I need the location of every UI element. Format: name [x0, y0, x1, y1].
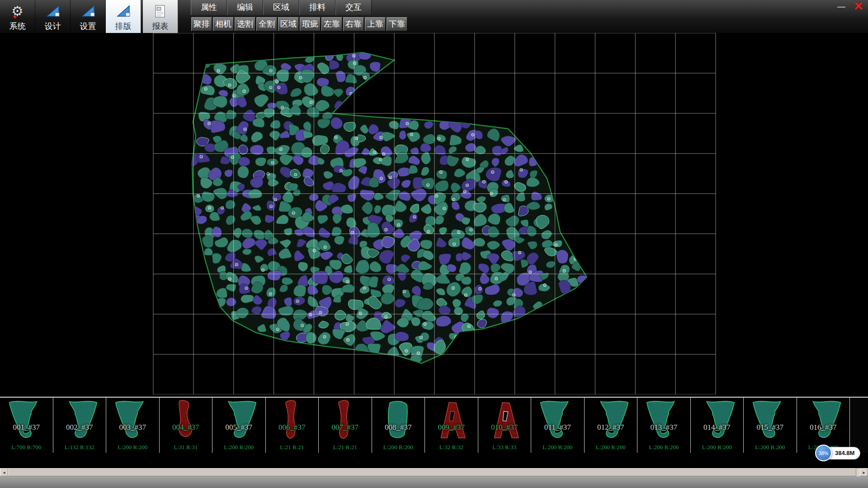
part-thumbnail — [800, 399, 847, 443]
part-cell[interactable]: 006_#37L:21 R:21 — [266, 398, 319, 453]
part-lr-label: L:132 R:132 — [53, 444, 106, 451]
triangle-ruler-icon — [116, 3, 131, 20]
part-lr-label: L:200 R:200 — [637, 444, 690, 451]
menu-tab-edit[interactable]: 编辑 — [227, 0, 263, 15]
part-cell[interactable]: 007_#37L:21 R:21 — [319, 398, 372, 453]
part-id-label: 016_#37 — [797, 423, 850, 432]
part-id-label: 005_#37 — [212, 423, 265, 432]
part-cell[interactable]: 012_#37L:200 R:200 — [585, 398, 638, 453]
part-thumbnail — [587, 399, 635, 443]
part-lr-label: L:200 R:200 — [212, 444, 265, 451]
part-cell[interactable]: 014_#37L:200 R:200 — [691, 398, 744, 453]
mode-button-settings[interactable]: 设置 — [71, 0, 106, 33]
part-cell[interactable]: 004_#37L:31 R:31 — [160, 398, 213, 453]
tool-button-camera[interactable]: 相机 — [213, 17, 234, 31]
part-thumbnail — [640, 399, 688, 443]
ribbon-bar: ⚙ 系统 设计 设置 排版 报表 — [0, 0, 868, 33]
triangle-ruler-icon — [80, 3, 96, 20]
scroll-right-arrow[interactable]: ▸ — [860, 468, 868, 476]
tool-button-align-top[interactable]: 上靠 — [365, 17, 386, 31]
part-thumbnail — [481, 399, 528, 443]
part-thumbnail — [534, 399, 581, 443]
nesting-svg — [0, 33, 868, 394]
scroll-thumb[interactable] — [8, 468, 856, 476]
tool-button-select-cut[interactable]: 选割 — [235, 17, 255, 31]
tool-row: 聚排 相机 选割 全割 区域 瑕疵 左靠 右靠 上靠 下靠 — [191, 15, 408, 33]
minimize-button[interactable]: — — [835, 0, 848, 13]
part-thumbnail — [321, 399, 369, 443]
part-id-label: 003_#37 — [106, 423, 159, 432]
part-cell[interactable]: 002_#37L:132 R:132 — [53, 398, 107, 453]
part-id-label: 012_#37 — [585, 423, 637, 432]
part-cell[interactable]: 005_#37L:200 R:200 — [212, 398, 266, 453]
menu-tab-nesting[interactable]: 排料 — [299, 0, 335, 15]
tool-button-align-right[interactable]: 右靠 — [343, 17, 364, 31]
part-lr-label: L:200 R:200 — [744, 444, 797, 451]
mode-button-design[interactable]: 设计 — [35, 0, 71, 33]
mode-button-report[interactable]: 报表 — [143, 0, 178, 33]
part-id-label: 007_#37 — [319, 423, 372, 432]
mode-label-system: 系统 — [9, 21, 26, 32]
part-lr-label: L:31 R:31 — [160, 444, 212, 451]
part-id-label: 006_#37 — [266, 423, 319, 432]
part-lr-label: L:21 R:21 — [266, 444, 319, 451]
menu-tab-properties[interactable]: 属性 — [191, 0, 227, 15]
menu-tab-region[interactable]: 区域 — [263, 0, 299, 15]
parts-strip: 001_#37L:700 R:700002_#37L:132 R:132003_… — [0, 397, 868, 453]
part-cell[interactable]: 001_#37L:700 R:700 — [0, 398, 53, 453]
scroll-left-arrow[interactable]: ◂ — [0, 468, 8, 476]
part-id-label: 008_#37 — [372, 423, 425, 432]
tool-button-defect[interactable]: 瑕疵 — [300, 17, 321, 31]
gear-icon: ⚙ — [11, 3, 24, 20]
tool-button-region[interactable]: 区域 — [278, 17, 299, 31]
mode-label-nesting: 排版 — [115, 21, 132, 32]
part-id-label: 010_#37 — [478, 423, 531, 432]
part-thumbnail — [428, 399, 475, 443]
tool-button-cluster-nest[interactable]: 聚排 — [191, 17, 212, 31]
part-thumbnail — [162, 399, 210, 443]
part-cell[interactable]: 009_#37L:32 R:32 — [425, 398, 478, 453]
part-lr-label: L:21 R:21 — [319, 444, 372, 451]
menu-tab-interact[interactable]: 交互 — [335, 0, 372, 15]
tool-button-align-bottom[interactable]: 下靠 — [387, 17, 407, 31]
part-lr-label: L:200 R:200 — [531, 444, 584, 451]
part-id-label: 011_#37 — [531, 423, 584, 432]
nesting-canvas[interactable] — [0, 33, 868, 394]
part-lr-label: L:32 R:32 — [425, 444, 478, 451]
part-id-label: 001_#37 — [0, 423, 53, 432]
part-lr-label: L:33 R:33 — [478, 444, 531, 451]
part-id-label: 013_#37 — [637, 423, 690, 432]
part-id-label: 004_#37 — [160, 423, 212, 432]
mode-label-design: 设计 — [45, 21, 61, 32]
part-thumbnail — [269, 399, 316, 443]
part-cell[interactable]: 010_#37L:33 R:33 — [478, 398, 532, 453]
tool-button-align-left[interactable]: 左靠 — [321, 17, 342, 31]
status-bar — [0, 476, 868, 488]
triangle-ruler-icon — [45, 3, 61, 20]
part-cell[interactable]: 008_#37L:200 R:200 — [372, 398, 425, 453]
report-icon — [154, 3, 167, 20]
close-button[interactable]: ✕ — [852, 0, 865, 13]
part-thumbnail — [109, 399, 156, 443]
memory-badge: 38% 384.8M — [815, 445, 860, 461]
tool-button-cut-all[interactable]: 全割 — [256, 17, 277, 31]
mode-buttons: ⚙ 系统 设计 设置 排版 报表 — [0, 0, 178, 33]
part-thumbnail — [56, 399, 104, 443]
part-lr-label: L:200 R:200 — [106, 444, 159, 451]
part-cell[interactable]: 003_#37L:200 R:200 — [106, 398, 160, 453]
mode-button-nesting[interactable]: 排版 — [106, 0, 141, 33]
part-cell[interactable]: 015_#37L:200 R:200 — [744, 398, 797, 453]
part-lr-label: L:700 R:700 — [0, 444, 53, 451]
h-scrollbar[interactable]: ◂ ▸ — [0, 468, 868, 476]
mode-button-system[interactable]: ⚙ 系统 — [0, 0, 35, 33]
part-lr-label: L:200 R:200 — [372, 444, 425, 451]
part-thumbnail — [215, 399, 263, 443]
part-cell[interactable]: 011_#37L:200 R:200 — [531, 398, 585, 453]
window-controls: — ✕ — [835, 0, 865, 13]
part-id-label: 009_#37 — [425, 423, 478, 432]
part-lr-label: L:200 R:200 — [691, 444, 744, 451]
part-cell[interactable]: 013_#37L:200 R:200 — [637, 398, 691, 453]
memory-percent-badge: 38% — [815, 445, 832, 461]
part-id-label: 014_#37 — [691, 423, 744, 432]
part-lr-label: L:200 R:200 — [585, 444, 637, 451]
